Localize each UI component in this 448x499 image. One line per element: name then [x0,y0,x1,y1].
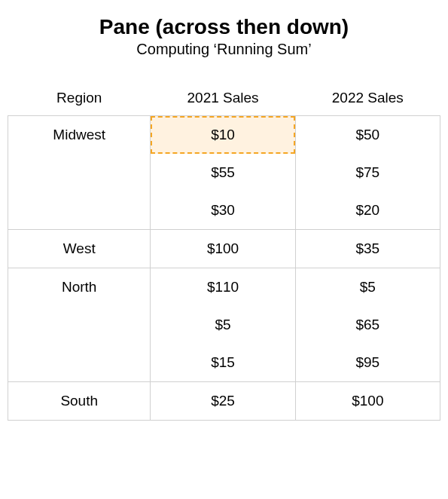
header-2021-sales: 2021 Sales [151,81,295,116]
cell-2021-sales: $100 [151,230,295,268]
cell-2021-sales: $15 [151,344,295,382]
cell-2022-sales: $65 [295,306,440,344]
cell-2021-sales: $10 [151,116,295,155]
cell-region: Midwest [8,116,151,230]
page-subtitle: Computing ‘Running Sum’ [8,41,440,58]
cell-2021-sales: $5 [151,306,295,344]
cell-2022-sales: $50 [295,116,440,155]
highlighted-cell: $10 [151,116,294,154]
cell-2022-sales: $95 [295,344,440,382]
data-table: Region 2021 Sales 2022 Sales Midwest$10$… [8,81,440,421]
cell-region: West [8,230,151,268]
cell-2021-sales: $110 [151,268,295,307]
cell-2021-sales: $30 [151,191,295,230]
header-region: Region [8,81,151,116]
cell-2022-sales: $100 [295,382,440,421]
cell-2021-sales: $25 [151,382,295,421]
cell-2022-sales: $35 [295,230,440,268]
header-2022-sales: 2022 Sales [295,81,440,116]
cell-region: South [8,382,151,421]
cell-2022-sales: $5 [295,268,440,307]
cell-2021-sales: $55 [151,154,295,191]
table-row: North$110$5 [8,268,440,307]
table-header-row: Region 2021 Sales 2022 Sales [8,81,440,116]
table-row: West$100$35 [8,230,440,268]
table-row: Midwest$10$50 [8,116,440,155]
cell-region: North [8,268,151,382]
cell-2022-sales: $20 [295,191,440,230]
table-row: South$25$100 [8,382,440,421]
page-title: Pane (across then down) [8,15,440,39]
cell-2022-sales: $75 [295,154,440,191]
data-table-container: Region 2021 Sales 2022 Sales Midwest$10$… [8,81,440,421]
